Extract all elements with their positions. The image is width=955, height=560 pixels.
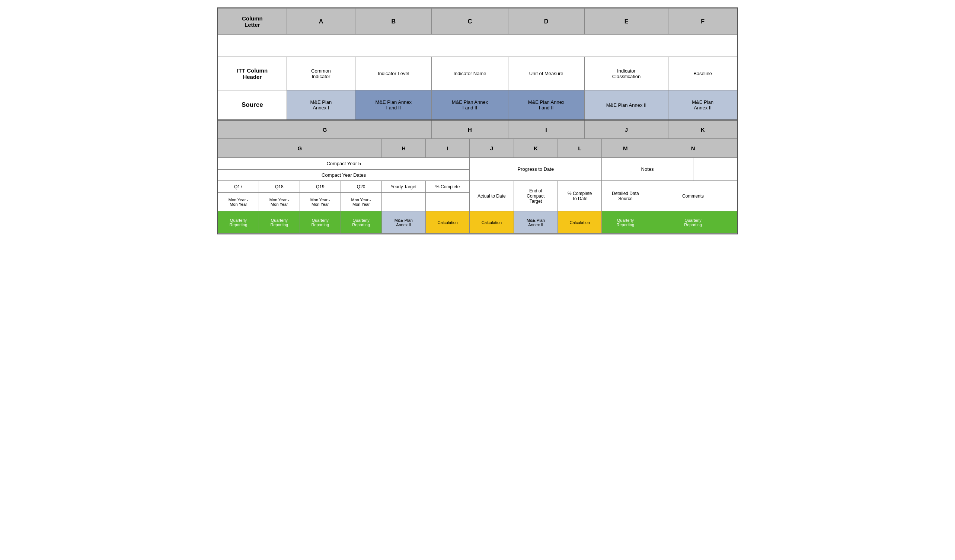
col-b-letter: B — [355, 9, 432, 34]
col-letter-header: Column Letter — [218, 9, 287, 34]
mon-year-3: Mon Year - Mon Year — [300, 193, 341, 211]
src-l: Calculation — [558, 211, 602, 234]
bottom-source-row: Quarterly Reporting Quarterly Reporting … — [218, 211, 737, 234]
src-a: M&E Plan Annex I — [286, 91, 355, 120]
itt-e: Indicator Classification — [584, 57, 668, 91]
src-m: Quarterly Reporting — [602, 211, 649, 234]
main-table-wrapper: Column Letter A B C D E F ITT Column Hea… — [217, 8, 738, 235]
src-q17: Quarterly Reporting — [218, 211, 259, 234]
q-row: Q17 Q18 Q19 Q20 Yearly Target % Complete… — [218, 181, 737, 193]
src-q19: Quarterly Reporting — [300, 211, 341, 234]
src-e: M&E Plan Annex II — [584, 91, 668, 120]
itt-b: Indicator Level — [355, 57, 432, 91]
pct-complete-to-date-header: % Complete To Date — [558, 181, 602, 211]
mon-year-1: Mon Year - Mon Year — [218, 193, 259, 211]
src-c: M&E Plan Annex I and II — [432, 91, 508, 120]
src-b: M&E Plan Annex I and II — [355, 91, 432, 120]
compact-year: Compact Year 5 — [218, 158, 470, 170]
q17-label: Q17 — [218, 181, 259, 193]
src-k: M&E Plan Annex II — [514, 211, 557, 234]
n-header: N — [649, 139, 737, 158]
source-label: Source — [218, 91, 287, 120]
src-d: M&E Plan Annex I and II — [508, 91, 584, 120]
src-i: Calculation — [426, 211, 469, 234]
src-h: M&E Plan Annex II — [382, 211, 426, 234]
col-g: G — [218, 120, 432, 139]
compact-year-dates: Compact Year Dates — [218, 170, 470, 181]
yearly-target-header: Yearly Target — [382, 181, 426, 193]
itt-header-row: ITT Column Header Common Indicator Indic… — [218, 57, 737, 91]
source-row: Source M&E Plan Annex I M&E Plan Annex I… — [218, 91, 737, 120]
mon-year-2: Mon Year - Mon Year — [259, 193, 300, 211]
itt-d: Unit of Measure — [508, 57, 584, 91]
i-header: I — [426, 139, 469, 158]
bottom-col-letters-row: G H I J K L M N — [218, 139, 737, 158]
src-q18: Quarterly Reporting — [259, 211, 300, 234]
detailed-data-source-header: Detailed Data Source — [602, 181, 649, 211]
k-header: K — [514, 139, 557, 158]
pct-complete-header: % Complete — [426, 181, 469, 193]
col-j: J — [584, 120, 668, 139]
col-f-letter: F — [668, 9, 737, 34]
l-header: L — [558, 139, 602, 158]
itt-f: Baseline — [668, 57, 737, 91]
end-compact-target-header: End of Compact Target — [514, 181, 557, 211]
compact-year-row: Compact Year 5 Progress to Date Notes — [218, 158, 737, 170]
q20-label: Q20 — [341, 181, 382, 193]
col-d-letter: D — [508, 9, 584, 34]
src-q20: Quarterly Reporting — [341, 211, 382, 234]
bottom-col-letter-row: G H I J K — [218, 120, 737, 139]
j-header: J — [470, 139, 514, 158]
yearly-target-cell — [382, 193, 426, 211]
m-header: M — [602, 139, 649, 158]
notes-header: Notes — [602, 158, 693, 181]
col-letter-row: Column Letter A B C D E F — [218, 9, 737, 34]
actual-to-date-header: Actual to Date — [470, 181, 514, 211]
col-e-letter: E — [584, 9, 668, 34]
src-j: Calculation — [470, 211, 514, 234]
col-k: K — [668, 120, 737, 139]
itt-a: Common Indicator — [286, 57, 355, 91]
spacer-row — [218, 34, 737, 57]
src-n: Quarterly Reporting — [649, 211, 737, 234]
itt-col-header: ITT Column Header — [218, 57, 287, 91]
col-i: I — [508, 120, 584, 139]
col-c-letter: C — [432, 9, 508, 34]
q18-label: Q18 — [259, 181, 300, 193]
comments-header: Comments — [649, 181, 737, 211]
col-h: H — [432, 120, 508, 139]
pct-complete-cell — [426, 193, 469, 211]
q19-label: Q19 — [300, 181, 341, 193]
src-f: M&E Plan Annex II — [668, 91, 737, 120]
col-a-letter: A — [286, 9, 355, 34]
progress-to-date-header: Progress to Date — [470, 158, 602, 181]
mon-year-4: Mon Year - Mon Year — [341, 193, 382, 211]
h-header: H — [382, 139, 426, 158]
g-header: G — [218, 139, 382, 158]
itt-c: Indicator Name — [432, 57, 508, 91]
